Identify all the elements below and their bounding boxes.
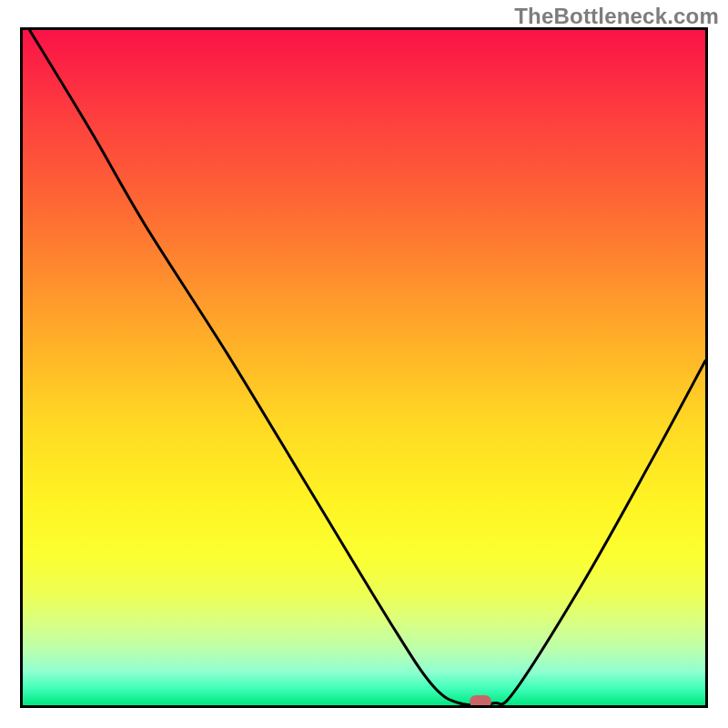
plot-area: [20, 27, 708, 708]
chart-container: TheBottleneck.com: [0, 0, 728, 728]
bottleneck-curve: [23, 30, 705, 705]
watermark-text: TheBottleneck.com: [514, 4, 719, 29]
optimal-point-marker: [470, 695, 491, 708]
